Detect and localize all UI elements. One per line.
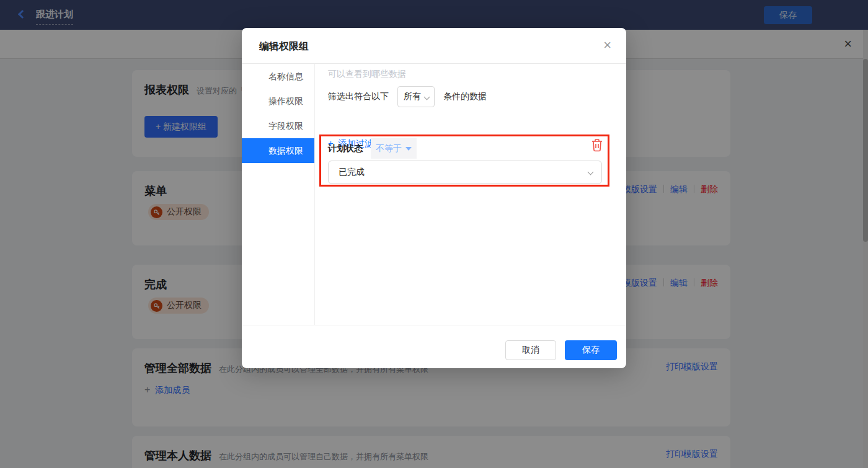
cancel-button[interactable]: 取消 xyxy=(505,340,556,360)
modal-sidebar: 名称信息 操作权限 字段权限 数据权限 xyxy=(242,64,315,325)
modal-close-icon[interactable]: × xyxy=(603,37,611,54)
filter-mode-row: 筛选出符合以下 所有 条件的数据 xyxy=(328,86,487,107)
modal-title: 编辑权限组 xyxy=(259,40,309,53)
edit-permission-group-modal: 编辑权限组 × 名称信息 操作权限 字段权限 数据权限 可以查看到哪些数据 筛选… xyxy=(242,28,626,368)
delete-condition-icon[interactable] xyxy=(591,138,603,152)
tab-name-info[interactable]: 名称信息 xyxy=(242,64,314,89)
data-view-hint: 可以查看到哪些数据 xyxy=(328,69,406,80)
modal-header: 编辑权限组 × xyxy=(242,28,626,64)
chevron-down-icon xyxy=(588,169,594,175)
condition-field-label: 计划状态 xyxy=(328,143,363,154)
tab-operation-permission[interactable]: 操作权限 xyxy=(242,89,314,113)
modal-content: 可以查看到哪些数据 筛选出符合以下 所有 条件的数据 +添加过滤条件 计划状态 … xyxy=(316,64,626,325)
chevron-down-icon xyxy=(424,94,430,100)
tab-field-permission[interactable]: 字段权限 xyxy=(242,113,314,138)
save-button[interactable]: 保存 xyxy=(565,340,617,360)
condition-value-select[interactable]: 已完成 xyxy=(328,161,602,184)
filter-mode-select[interactable]: 所有 xyxy=(397,86,435,107)
filter-prefix-label: 筛选出符合以下 xyxy=(328,91,389,102)
caret-down-icon xyxy=(405,147,412,151)
modal-footer: 取消 保存 xyxy=(242,325,626,368)
tab-data-permission[interactable]: 数据权限 xyxy=(242,138,314,163)
filter-suffix-label: 条件的数据 xyxy=(443,91,487,102)
condition-operator-dropdown[interactable]: 不等于 xyxy=(371,138,417,159)
